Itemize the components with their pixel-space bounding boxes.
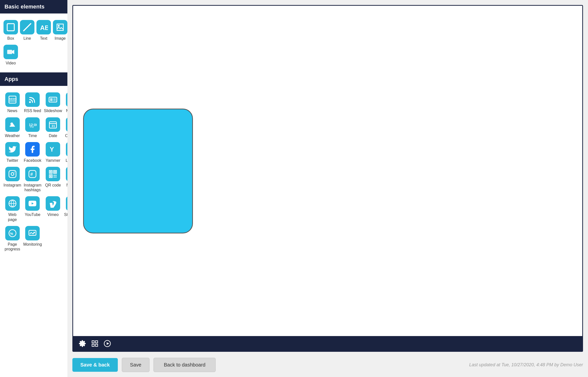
streaming-audio-item[interactable]: Streaming audio [63, 194, 67, 224]
time-item[interactable]: 12:00PM Time [22, 115, 43, 140]
play-tool-icon[interactable] [103, 339, 112, 348]
news-item[interactable]: NEWS News [2, 90, 22, 115]
last-updated-text: Last updated at Tue, 10/27/2020, 4:48 PM… [469, 362, 583, 368]
instagram-hashtags-icon-box: # [25, 167, 40, 181]
instagram-hashtags-item[interactable]: # Instagram hashtags [22, 165, 43, 194]
slideshow-label: Slideshow [44, 108, 62, 113]
time-label: Time [28, 133, 37, 138]
svg-point-10 [29, 101, 31, 103]
monitoring-label: Monitoring [23, 242, 42, 247]
video-icon-box [3, 45, 18, 59]
yammer-label: Yammer [46, 158, 60, 163]
rss-icon-box [25, 92, 40, 107]
twitter-label: Twitter [6, 158, 18, 163]
svg-point-56 [34, 232, 35, 233]
webpage-icon-box [5, 196, 20, 211]
canvas-element-box[interactable] [83, 109, 193, 233]
settings-tool-icon[interactable] [78, 339, 87, 348]
calendar-label: Calendar [65, 133, 67, 138]
youtube-label: YouTube [25, 212, 40, 217]
text-item[interactable]: ABC Text [35, 18, 52, 43]
svg-rect-13 [53, 98, 56, 101]
svg-rect-44 [50, 176, 52, 177]
image-item[interactable]: Image [52, 18, 67, 43]
save-back-button[interactable]: Save & back [72, 358, 118, 372]
news-label: News [7, 108, 17, 113]
instagram-icon-box [5, 167, 20, 181]
image-icon-box [53, 20, 67, 34]
canvas-area [72, 5, 583, 352]
svg-marker-58 [107, 342, 109, 345]
instagram-item[interactable]: Instagram [2, 165, 22, 194]
facebook-item[interactable]: Facebook [22, 140, 43, 165]
box-label: Box [7, 36, 14, 41]
canvas-toolbar [73, 336, 582, 351]
svg-text:%: % [10, 232, 13, 236]
video-item[interactable]: Video [2, 43, 19, 67]
svg-rect-55 [29, 230, 36, 235]
svg-rect-48 [55, 177, 56, 178]
pageprogress-icon-box: % [5, 226, 20, 240]
svg-line-1 [24, 24, 31, 31]
twitter-item[interactable]: Twitter [2, 140, 22, 165]
grid-tool-icon[interactable] [91, 339, 99, 348]
svg-text:ABC: ABC [40, 24, 48, 31]
weather-item[interactable]: Weather [2, 115, 22, 140]
basic-elements-header: Basic elements [0, 0, 67, 13]
news-icon-box: NEWS [5, 92, 20, 107]
rss-feed-item[interactable]: RSS feed [22, 90, 43, 115]
instagram-label: Instagram [3, 183, 21, 188]
qr-code-item[interactable]: QR code [43, 165, 63, 194]
time-icon-box: 12:00PM [25, 117, 40, 132]
apps-header: Apps [0, 72, 67, 86]
facebook-label: Facebook [24, 158, 41, 163]
monitoring-item[interactable]: Monitoring [22, 224, 43, 253]
slideshow-item[interactable]: Slideshow [43, 90, 63, 115]
svg-text:NEWS: NEWS [9, 97, 17, 100]
save-button[interactable]: Save [122, 358, 150, 372]
instagram-hashtags-label: Instagram hashtags [23, 183, 42, 192]
youtube-item[interactable]: YouTube [22, 194, 43, 224]
youtube-icon-box [25, 196, 40, 211]
my-data-item[interactable]: my data p My data [63, 90, 67, 115]
apps-grid: NEWS News RSS feed Slideshow my data p M… [0, 86, 67, 256]
line-icon-box [20, 20, 34, 34]
yammer-item[interactable]: Y Yammer [43, 140, 63, 165]
video-label: Video [6, 61, 16, 65]
svg-rect-45 [54, 175, 55, 176]
box-item[interactable]: Box [2, 18, 19, 43]
webpage-label: Web page [3, 212, 21, 222]
svg-point-3 [58, 25, 60, 27]
pageprogress-label: Page progress [3, 242, 21, 251]
vimeo-item[interactable]: Vimeo [43, 194, 63, 224]
svg-rect-40 [50, 171, 52, 173]
svg-rect-35 [9, 171, 16, 178]
svg-rect-4 [7, 50, 12, 54]
svg-rect-46 [55, 175, 56, 176]
date-item[interactable]: 31 Date [43, 115, 63, 140]
page-progress-item[interactable]: % Page progress [2, 224, 22, 253]
line-label: Line [23, 36, 31, 41]
slideshow-icon-box [46, 92, 60, 107]
web-page-item[interactable]: Web page [2, 194, 22, 224]
vimeo-icon-box [46, 196, 60, 211]
image-label: Image [55, 36, 66, 41]
linkedin-label: LinkedIn [66, 158, 67, 163]
text-label: Text [40, 36, 47, 41]
basic-elements-grid: Box Line ABC Text Image V [0, 13, 67, 70]
calendar-item[interactable]: Calendar [63, 115, 67, 140]
maps-traffic-item[interactable]: Maps & traffic [63, 165, 67, 194]
line-item[interactable]: Line [19, 18, 35, 43]
back-dashboard-button[interactable]: Back to dashboard [153, 358, 216, 372]
svg-text:31: 31 [52, 124, 55, 128]
action-bar: Save & back Save Back to dashboard Last … [72, 352, 583, 372]
svg-rect-12 [50, 98, 53, 101]
audio-label: Streaming audio [64, 212, 67, 222]
rss-label: RSS feed [24, 108, 41, 113]
qrcode-label: QR code [45, 183, 61, 188]
linkedin-item[interactable]: LinkedIn [63, 140, 67, 165]
canvas-content [73, 6, 582, 336]
date-label: Date [49, 133, 57, 138]
facebook-icon-box [25, 142, 40, 157]
box-icon-box [3, 20, 18, 34]
